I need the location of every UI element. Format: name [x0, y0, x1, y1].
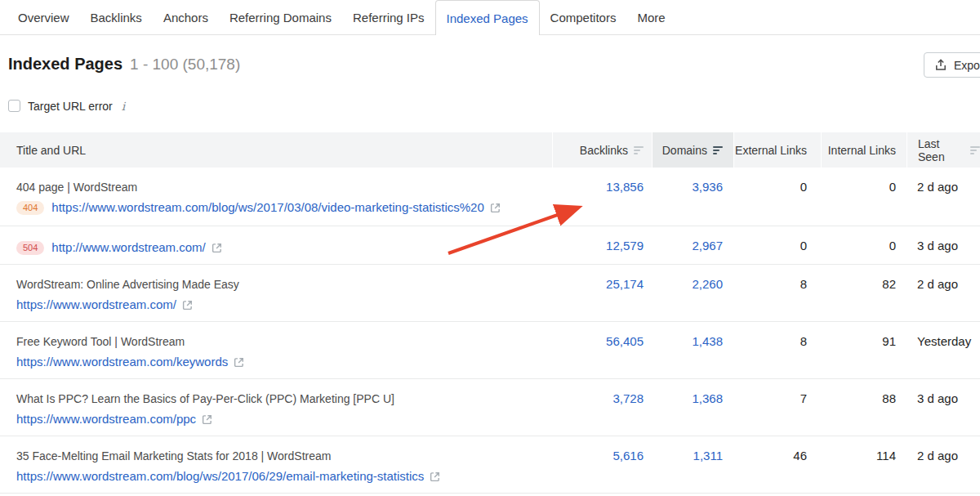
page-url-link[interactable]: https://www.wordstream.com/blog/ws/2017/…	[16, 467, 424, 485]
domains-value[interactable]: 1,368	[652, 379, 733, 436]
page-url-link[interactable]: https://www.wordstream.com/ppc	[16, 410, 196, 428]
tab-indexed-pages[interactable]: Indexed Pages	[435, 0, 540, 35]
page-title-text: 404 page | WordStream	[16, 180, 552, 195]
table-row: 404 page | WordStream404https://www.word…	[0, 168, 980, 226]
column-label: Title and URL	[16, 144, 86, 157]
column-header-internal-links[interactable]: Internal Links	[821, 132, 906, 168]
url-line: https://www.wordstream.com/ppc	[16, 410, 552, 428]
page-title-text: WordStream: Online Advertising Made Easy	[16, 277, 552, 293]
external-link-icon[interactable]	[234, 357, 244, 368]
tab-more[interactable]: More	[626, 0, 675, 34]
sort-icon	[713, 146, 723, 154]
table-row: 504http://www.wordstream.com/12,5792,967…	[0, 226, 980, 265]
column-label: Last Seen	[918, 137, 964, 163]
url-line: 504http://www.wordstream.com/	[16, 239, 552, 257]
page-title-text: Free Keyword Tool | WordStream	[16, 334, 552, 350]
domains-value[interactable]: 3,936	[652, 168, 733, 226]
page-title-text: What Is PPC? Learn the Basics of Pay-Per…	[16, 391, 552, 407]
backlinks-value[interactable]: 13,856	[552, 168, 652, 226]
url-line: 404https://www.wordstream.com/blog/ws/20…	[16, 199, 552, 217]
last-seen-value: 2 d ago	[906, 168, 980, 226]
export-button[interactable]: Export	[924, 52, 980, 78]
tab-referring-ips[interactable]: Referring IPs	[342, 0, 435, 34]
export-label: Export	[954, 59, 980, 72]
internal-links-value: 0	[821, 226, 906, 264]
column-label: Internal Links	[828, 144, 896, 157]
column-label: Domains	[662, 144, 707, 157]
filter-row: Target URL error i	[8, 99, 980, 113]
title-url-cell: Free Keyword Tool | WordStreamhttps://ww…	[0, 322, 552, 378]
page-header: Indexed Pages 1 - 100 (50,178)	[8, 55, 980, 75]
external-links-value: 46	[733, 436, 821, 493]
tab-anchors[interactable]: Anchors	[153, 0, 219, 34]
indexed-pages-table: Title and URLBacklinksDomainsExternal Li…	[0, 132, 980, 494]
table-row: Free Keyword Tool | WordStreamhttps://ww…	[0, 322, 980, 379]
column-header-backlinks[interactable]: Backlinks	[552, 132, 652, 168]
title-url-cell: What Is PPC? Learn the Basics of Pay-Per…	[0, 379, 552, 436]
table-row: 35 Face-Melting Email Marketing Stats fo…	[0, 436, 980, 494]
external-link-icon[interactable]	[430, 471, 440, 482]
page-url-link[interactable]: https://www.wordstream.com/blog/ws/2017/…	[51, 199, 483, 217]
internal-links-value: 0	[821, 168, 906, 226]
internal-links-value: 114	[821, 436, 906, 493]
tab-competitors[interactable]: Competitors	[540, 0, 627, 34]
tab-backlinks[interactable]: Backlinks	[80, 0, 153, 34]
external-link-icon[interactable]	[202, 414, 212, 425]
external-links-value: 8	[733, 322, 821, 378]
result-range: 1 - 100 (50,178)	[130, 56, 240, 74]
column-header-title-and-url[interactable]: Title and URL	[0, 132, 552, 168]
page-title: Indexed Pages	[8, 55, 122, 74]
title-url-cell: 404 page | WordStream404https://www.word…	[0, 168, 552, 226]
url-line: https://www.wordstream.com/blog/ws/2017/…	[16, 467, 552, 485]
external-links-value: 0	[733, 226, 821, 264]
external-links-value: 0	[733, 168, 821, 226]
last-seen-value: 2 d ago	[906, 436, 980, 493]
url-line: https://www.wordstream.com/	[16, 296, 552, 314]
domains-value[interactable]: 2,967	[652, 226, 733, 264]
page-url-link[interactable]: https://www.wordstream.com/	[16, 296, 176, 314]
status-code-badge: 504	[16, 241, 44, 255]
url-line: https://www.wordstream.com/keywords	[16, 353, 552, 371]
export-icon	[935, 59, 947, 71]
table-row: What Is PPC? Learn the Basics of Pay-Per…	[0, 379, 980, 436]
last-seen-value: Yesterday	[906, 322, 980, 378]
column-header-domains[interactable]: Domains	[652, 132, 733, 168]
page-url-link[interactable]: http://www.wordstream.com/	[51, 239, 205, 257]
info-icon[interactable]: i	[120, 100, 125, 113]
last-seen-value: 3 d ago	[906, 379, 980, 436]
tab-bar: OverviewBacklinksAnchorsReferring Domain…	[0, 0, 980, 35]
target-url-error-label: Target URL error	[28, 100, 113, 113]
title-url-cell: WordStream: Online Advertising Made Easy…	[0, 265, 552, 321]
column-header-external-links[interactable]: External Links	[733, 132, 821, 168]
table-body: 404 page | WordStream404https://www.word…	[0, 168, 980, 494]
external-link-icon[interactable]	[182, 300, 193, 311]
last-seen-value: 3 d ago	[906, 226, 980, 264]
domains-value[interactable]: 2,260	[652, 265, 733, 321]
status-code-badge: 404	[16, 201, 44, 215]
page-title-text: 35 Face-Melting Email Marketing Stats fo…	[16, 449, 552, 464]
tab-referring-domains[interactable]: Referring Domains	[219, 0, 342, 34]
sort-icon	[970, 146, 980, 154]
external-link-icon[interactable]	[490, 203, 501, 213]
title-url-cell: 35 Face-Melting Email Marketing Stats fo…	[0, 436, 552, 493]
domains-value[interactable]: 1,311	[652, 436, 733, 493]
backlinks-value[interactable]: 12,579	[552, 226, 652, 264]
backlinks-value[interactable]: 25,174	[552, 265, 652, 321]
column-label: External Links	[735, 144, 807, 157]
title-url-cell: 504http://www.wordstream.com/	[0, 226, 552, 264]
last-seen-value: 2 d ago	[906, 265, 980, 321]
external-link-icon[interactable]	[212, 243, 222, 253]
external-links-value: 7	[733, 379, 821, 436]
target-url-error-checkbox[interactable]	[8, 100, 20, 112]
internal-links-value: 91	[821, 322, 906, 378]
backlinks-value[interactable]: 5,616	[552, 436, 652, 493]
backlinks-value[interactable]: 3,728	[552, 379, 652, 436]
page-url-link[interactable]: https://www.wordstream.com/keywords	[16, 353, 228, 371]
backlinks-value[interactable]: 56,405	[552, 322, 652, 378]
domains-value[interactable]: 1,438	[652, 322, 733, 378]
column-label: Backlinks	[580, 144, 628, 157]
tab-overview[interactable]: Overview	[7, 0, 80, 34]
sort-icon	[634, 146, 644, 154]
table-row: WordStream: Online Advertising Made Easy…	[0, 265, 980, 322]
column-header-last-seen[interactable]: Last Seen	[906, 132, 980, 168]
